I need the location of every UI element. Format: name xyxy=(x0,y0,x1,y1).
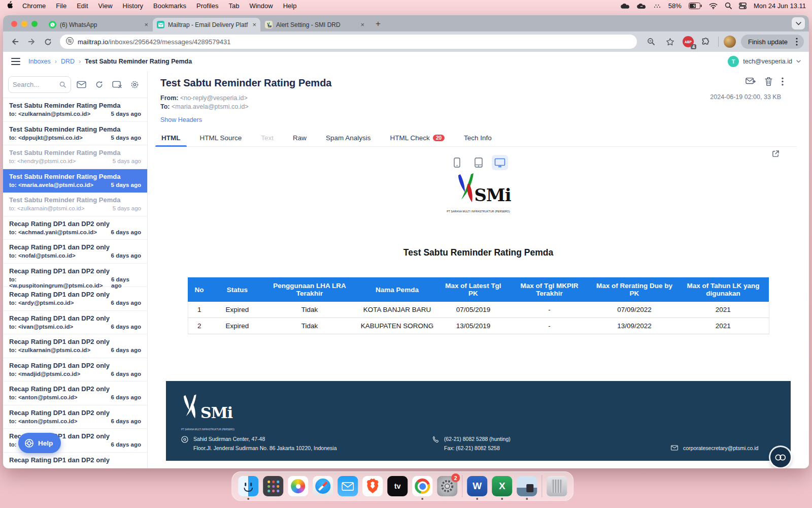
message-list-item[interactable]: Recap Rating DP1 dan DP2 only to: <w.pus… xyxy=(3,264,147,288)
dock-safari-icon[interactable] xyxy=(313,476,333,496)
spotlight-icon[interactable] xyxy=(725,2,732,9)
tab-close-icon[interactable]: × xyxy=(360,21,364,28)
menu-item[interactable]: History xyxy=(123,2,143,10)
battery-icon[interactable] xyxy=(689,3,702,9)
account-menu[interactable]: T tech@vesperia.id xyxy=(728,56,801,67)
mark-read-icon[interactable] xyxy=(74,77,89,92)
message-recipient: to: <anton@ptsmi.co.id> xyxy=(9,394,78,400)
dock-finder-icon[interactable] xyxy=(238,476,258,496)
message-list-item[interactable]: Recap Rating DP1 dan DP2 only to: <madji… xyxy=(3,358,147,382)
breadcrumb-project[interactable]: DRD xyxy=(61,58,75,65)
message-list-item[interactable]: Recap Rating DP1 dan DP2 only to: <zulka… xyxy=(3,334,147,358)
tab-search-chevron[interactable] xyxy=(792,17,805,29)
dock-photos-icon[interactable] xyxy=(288,476,308,496)
onedrive-icon[interactable] xyxy=(621,3,630,9)
message-list-item[interactable]: Test Sabtu Reminder Rating Pemda to: <he… xyxy=(3,145,147,169)
message-view-tab[interactable]: Raw xyxy=(292,131,308,146)
message-view-tab[interactable]: Tech Info xyxy=(463,131,493,146)
display-dots-icon[interactable] xyxy=(653,3,661,9)
bookmark-star-icon[interactable] xyxy=(663,35,678,49)
menu-item[interactable]: Window xyxy=(249,2,273,10)
url-bar[interactable]: mailtrap.io/inboxes/2956429/messages/428… xyxy=(60,35,637,49)
tab-close-icon[interactable]: × xyxy=(252,21,256,28)
apple-menu-icon[interactable] xyxy=(6,1,13,11)
tab-alert-setting[interactable]: SMi Alert Setting - SMI DRD × xyxy=(261,18,368,31)
cloud-sync-icon[interactable] xyxy=(637,3,646,9)
message-list-item[interactable]: Test Sabtu Reminder Rating Pemda to: <dp… xyxy=(3,122,147,146)
menu-item[interactable]: Bookmarks xyxy=(153,2,186,10)
reload-button[interactable] xyxy=(41,35,55,49)
search-input[interactable] xyxy=(13,81,57,88)
message-list-item[interactable]: Test Sabtu Reminder Rating Pemda to: <ma… xyxy=(3,169,147,193)
dock-divider xyxy=(542,475,542,497)
menu-item[interactable]: Chrome xyxy=(22,2,46,10)
menu-item[interactable]: View xyxy=(98,2,113,10)
control-center-icon[interactable] xyxy=(739,3,747,9)
forward-email-icon[interactable] xyxy=(746,77,756,88)
menu-item[interactable]: Edit xyxy=(77,2,88,10)
menu-item[interactable]: Help xyxy=(283,2,297,10)
extensions-icon[interactable] xyxy=(699,35,713,49)
message-age: 5 days ago xyxy=(111,111,141,117)
message-list-item[interactable]: Test Sabtu Reminder Rating Pemda to: <zu… xyxy=(3,193,147,216)
desktop-preview-button[interactable] xyxy=(492,155,508,170)
zoom-icon[interactable] xyxy=(644,35,658,49)
dock-brave-icon[interactable] xyxy=(362,476,383,496)
close-window-button[interactable] xyxy=(11,21,17,27)
message-view-tab[interactable]: Spam Analysis xyxy=(325,131,372,146)
message-list-item[interactable]: Test Sabtu Reminder Rating Pemda to: <zu… xyxy=(3,98,147,122)
dock-launchpad-icon[interactable] xyxy=(263,476,283,496)
hamburger-menu-icon[interactable] xyxy=(11,58,20,65)
site-settings-icon[interactable] xyxy=(66,37,74,47)
accessibility-widget-button[interactable] xyxy=(770,447,791,467)
dock-trash-icon[interactable] xyxy=(547,476,567,496)
breadcrumb-inboxes[interactable]: Inboxes xyxy=(28,58,51,65)
adblock-icon[interactable]: ABP4 xyxy=(683,36,694,47)
dock-mail-icon[interactable] xyxy=(337,476,358,496)
message-list-item[interactable]: Recap Rating DP1 dan DP2 only to: <ivan@… xyxy=(3,311,147,335)
show-headers-link[interactable]: Show Headers xyxy=(160,116,202,123)
gear-icon[interactable] xyxy=(127,77,142,92)
menu-item[interactable]: File xyxy=(56,2,66,10)
message-list-item[interactable]: Recap Rating DP1 dan DP2 only to: <nofal… xyxy=(3,240,147,264)
fullscreen-window-button[interactable] xyxy=(31,21,38,27)
browser-menu-icon[interactable] xyxy=(792,37,802,47)
message-list-item[interactable]: Recap Rating DP1 dan DP2 only to: <achma… xyxy=(3,216,147,240)
dock-chrome-icon[interactable] xyxy=(412,476,432,496)
tab-close-icon[interactable]: × xyxy=(144,21,148,28)
message-list-item[interactable]: Recap Rating DP1 dan DP2 only to: <anton… xyxy=(3,405,147,429)
message-list-item[interactable]: Recap Rating DP1 dan DP2 only to: <ardy@… xyxy=(3,287,147,311)
trash-icon[interactable] xyxy=(765,77,772,88)
dock-word-icon[interactable]: W xyxy=(467,476,487,496)
message-view-tab[interactable]: HTML Source xyxy=(199,131,243,146)
menu-item[interactable]: Profiles xyxy=(196,2,218,10)
back-button[interactable] xyxy=(8,35,22,49)
message-view-tab[interactable]: Text xyxy=(260,131,275,146)
new-tab-button[interactable]: + xyxy=(371,17,385,30)
dock-appletv-icon[interactable]: tv xyxy=(387,476,408,496)
profile-avatar[interactable] xyxy=(724,36,736,48)
dock-excel-icon[interactable]: X xyxy=(492,476,512,496)
help-button[interactable]: Help xyxy=(18,433,61,453)
mobile-preview-button[interactable] xyxy=(449,155,465,170)
minimize-window-button[interactable] xyxy=(21,21,27,27)
dock-preview-icon[interactable] xyxy=(517,476,537,496)
dock-settings-icon[interactable]: 2 xyxy=(437,476,457,496)
finish-update-button[interactable]: Finish update xyxy=(741,35,804,49)
menubar-clock[interactable]: Mon 24 Jun 13.11 xyxy=(754,2,806,10)
tab-whatsapp[interactable]: (6) WhatsApp × xyxy=(45,18,152,31)
refresh-icon[interactable] xyxy=(92,77,107,92)
message-list-item[interactable]: Recap Rating DP1 dan DP2 only to: <anton… xyxy=(3,382,147,405)
forward-button[interactable] xyxy=(24,35,39,49)
open-external-icon[interactable] xyxy=(772,150,780,160)
more-options-icon[interactable] xyxy=(782,77,784,88)
search-box[interactable] xyxy=(8,76,71,93)
wifi-icon[interactable] xyxy=(709,3,718,9)
clear-inbox-icon[interactable] xyxy=(110,77,124,92)
message-view-tab[interactable]: HTML Check 20 xyxy=(389,131,446,146)
menu-item[interactable]: Tab xyxy=(228,2,239,10)
message-list-item[interactable]: Recap Rating DP1 dan DP2 only xyxy=(3,453,147,469)
tablet-preview-button[interactable] xyxy=(470,155,487,170)
tab-mailtrap[interactable]: Mailtrap - Email Delivery Platf × xyxy=(153,18,260,31)
message-view-tab[interactable]: HTML xyxy=(160,131,182,146)
